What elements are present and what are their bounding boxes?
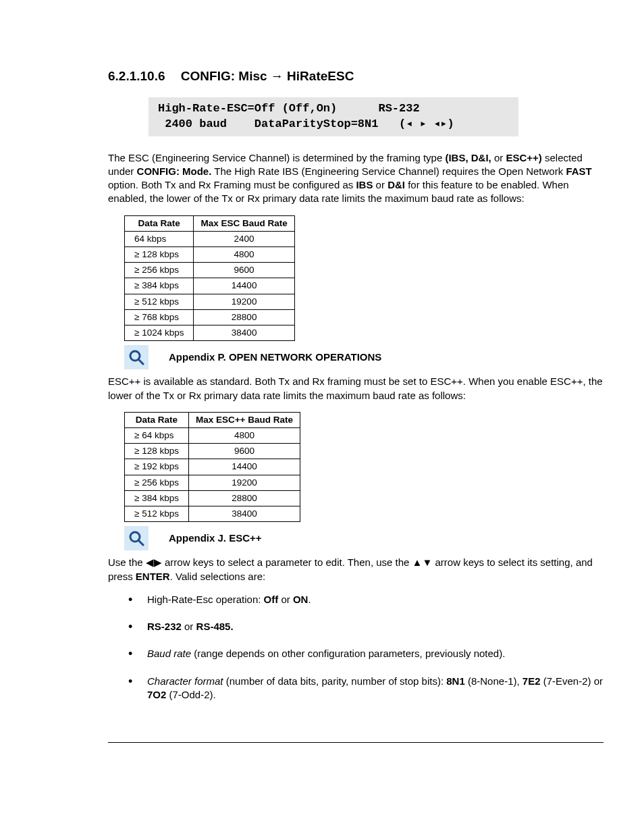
magnifier-icon: [124, 526, 149, 550]
paragraph-2: ESC++ is available as standard. Both Tx …: [108, 375, 603, 402]
valid-selections-list: High-Rate-Esc operation: Off or ON. RS-2…: [128, 593, 603, 702]
list-item: Character format (number of data bits, p…: [128, 675, 603, 702]
appendix-p-reference: Appendix P. OPEN NETWORK OPERATIONS: [124, 345, 603, 369]
lcd-display: High-Rate-ESC=Off (Off,On) RS-232 2400 b…: [149, 97, 518, 136]
escpp-baud-table: Data Rate Max ESC++ Baud Rate ≥ 64 kbps4…: [124, 412, 300, 523]
esc-baud-table: Data Rate Max ESC Baud Rate 64 kbps2400 …: [124, 215, 295, 342]
table-row: ≥ 256 kbps9600: [125, 263, 295, 278]
table-row: ≥ 256 kbps19200: [125, 475, 300, 490]
paragraph-1: The ESC (Engineering Service Channel) is…: [108, 151, 603, 206]
list-item: Baud rate (range depends on other config…: [128, 647, 603, 660]
table-row: ≥ 384 kbps28800: [125, 490, 300, 506]
table-row: ≥ 128 kbps4800: [125, 246, 295, 262]
table-row: ≥ 192 kbps14400: [125, 459, 300, 475]
col-max-escpp-baud: Max ESC++ Baud Rate: [188, 412, 300, 427]
table-header-row: Data Rate Max ESC++ Baud Rate: [125, 412, 300, 427]
section-title-prefix: CONFIG: Misc: [181, 69, 271, 83]
table-row: ≥ 512 kbps19200: [125, 294, 295, 309]
list-item: RS-232 or RS-485.: [128, 620, 603, 633]
table-row: ≥ 64 kbps4800: [125, 427, 300, 443]
section-number: 6.2.1.10.6: [108, 68, 165, 85]
col-data-rate: Data Rate: [125, 215, 194, 231]
appendix-j-label: Appendix J. ESC++: [169, 531, 262, 545]
table-row: ≥ 384 kbps14400: [125, 278, 295, 294]
section-title-suffix: HiRateESC: [284, 69, 354, 83]
section-heading: 6.2.1.10.6 CONFIG: Misc → HiRateESC: [108, 68, 603, 85]
table-row: 64 kbps2400: [125, 231, 295, 246]
magnifier-icon: [124, 345, 149, 369]
col-data-rate: Data Rate: [125, 412, 189, 427]
arrow-right-icon: →: [271, 69, 284, 83]
table-row: ≥ 768 kbps28800: [125, 309, 295, 325]
table-row: ≥ 1024 kbps38400: [125, 325, 295, 341]
page-content: 6.2.1.10.6 CONFIG: Misc → HiRateESC High…: [108, 68, 603, 743]
svg-line-1: [138, 359, 143, 364]
appendix-j-reference: Appendix J. ESC++: [124, 526, 603, 550]
lcd-line-1: High-Rate-ESC=Off (Off,On) RS-232: [158, 102, 420, 115]
table-row: ≥ 128 kbps9600: [125, 444, 300, 459]
paragraph-3: Use the ◀▶ arrow keys to select a parame…: [108, 556, 603, 583]
list-item: High-Rate-Esc operation: Off or ON.: [128, 593, 603, 606]
lcd-line-2: 2400 baud DataParityStop=8N1 (◂ ▸ ◂▸): [158, 118, 454, 130]
svg-line-3: [138, 540, 143, 545]
table-row: ≥ 512 kbps38400: [125, 506, 300, 522]
appendix-p-label: Appendix P. OPEN NETWORK OPERATIONS: [169, 350, 381, 364]
col-max-esc-baud: Max ESC Baud Rate: [194, 215, 294, 231]
footer-rule: [108, 742, 603, 743]
table-header-row: Data Rate Max ESC Baud Rate: [125, 215, 295, 231]
